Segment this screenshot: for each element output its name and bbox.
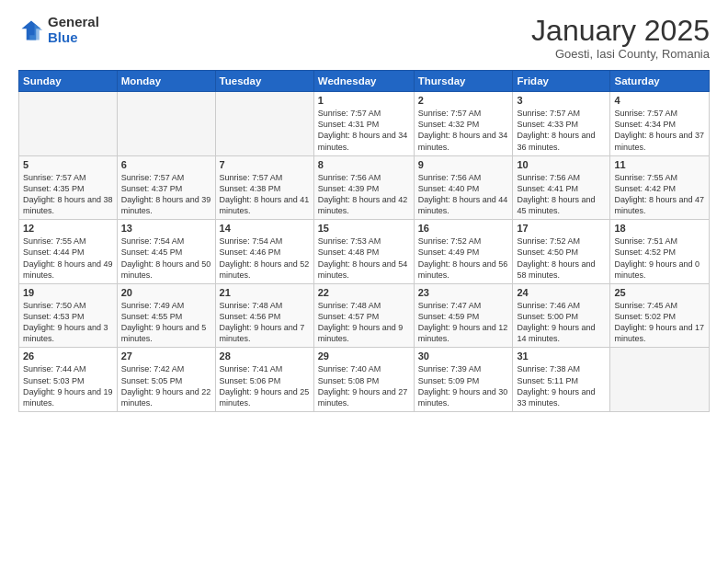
month-title: January 2025	[531, 15, 710, 47]
page: General Blue January 2025 Goesti, Iasi C…	[0, 0, 728, 563]
col-wednesday: Wednesday	[313, 71, 414, 92]
calendar-cell: 25Sunrise: 7:45 AM Sunset: 5:02 PM Dayli…	[610, 283, 710, 348]
calendar-cell: 26Sunrise: 7:44 AM Sunset: 5:03 PM Dayli…	[19, 348, 118, 412]
col-tuesday: Tuesday	[215, 71, 313, 92]
calendar-cell	[117, 92, 215, 156]
day-info: Sunrise: 7:52 AM Sunset: 4:49 PM Dayligh…	[418, 236, 509, 281]
calendar-cell: 10Sunrise: 7:56 AM Sunset: 4:41 PM Dayli…	[513, 155, 610, 220]
location-subtitle: Goesti, Iasi County, Romania	[531, 47, 710, 61]
day-info: Sunrise: 7:54 AM Sunset: 4:45 PM Dayligh…	[121, 236, 211, 281]
day-info: Sunrise: 7:48 AM Sunset: 4:56 PM Dayligh…	[220, 300, 310, 345]
day-number: 18	[614, 223, 705, 234]
day-info: Sunrise: 7:56 AM Sunset: 4:41 PM Dayligh…	[517, 172, 606, 217]
logo-icon	[18, 17, 44, 43]
day-info: Sunrise: 7:57 AM Sunset: 4:38 PM Dayligh…	[220, 172, 310, 217]
day-info: Sunrise: 7:57 AM Sunset: 4:32 PM Dayligh…	[418, 108, 509, 153]
calendar-cell: 20Sunrise: 7:49 AM Sunset: 4:55 PM Dayli…	[117, 283, 215, 348]
col-saturday: Saturday	[610, 71, 710, 92]
day-number: 15	[318, 223, 410, 234]
day-number: 23	[418, 287, 509, 298]
calendar-week-row: 19Sunrise: 7:50 AM Sunset: 4:53 PM Dayli…	[19, 283, 710, 348]
calendar-cell: 7Sunrise: 7:57 AM Sunset: 4:38 PM Daylig…	[215, 155, 313, 220]
day-info: Sunrise: 7:57 AM Sunset: 4:31 PM Dayligh…	[318, 108, 410, 153]
col-friday: Friday	[513, 71, 610, 92]
day-number: 17	[517, 223, 606, 234]
day-info: Sunrise: 7:45 AM Sunset: 5:02 PM Dayligh…	[614, 300, 705, 345]
day-info: Sunrise: 7:55 AM Sunset: 4:44 PM Dayligh…	[23, 236, 113, 281]
day-info: Sunrise: 7:41 AM Sunset: 5:06 PM Dayligh…	[220, 363, 310, 408]
day-info: Sunrise: 7:44 AM Sunset: 5:03 PM Dayligh…	[23, 363, 113, 408]
day-info: Sunrise: 7:51 AM Sunset: 4:52 PM Dayligh…	[614, 236, 705, 281]
day-number: 9	[418, 159, 509, 170]
day-info: Sunrise: 7:56 AM Sunset: 4:40 PM Dayligh…	[418, 172, 509, 217]
day-info: Sunrise: 7:52 AM Sunset: 4:50 PM Dayligh…	[517, 236, 606, 281]
col-monday: Monday	[117, 71, 215, 92]
calendar-week-row: 1Sunrise: 7:57 AM Sunset: 4:31 PM Daylig…	[19, 92, 710, 156]
day-number: 5	[23, 159, 113, 170]
day-number: 25	[614, 287, 705, 298]
calendar-cell: 28Sunrise: 7:41 AM Sunset: 5:06 PM Dayli…	[215, 348, 313, 412]
calendar-cell: 4Sunrise: 7:57 AM Sunset: 4:34 PM Daylig…	[610, 92, 710, 156]
calendar-cell: 22Sunrise: 7:48 AM Sunset: 4:57 PM Dayli…	[313, 283, 414, 348]
day-info: Sunrise: 7:53 AM Sunset: 4:48 PM Dayligh…	[318, 236, 410, 281]
day-info: Sunrise: 7:39 AM Sunset: 5:09 PM Dayligh…	[418, 363, 509, 408]
day-info: Sunrise: 7:38 AM Sunset: 5:11 PM Dayligh…	[517, 363, 606, 408]
day-info: Sunrise: 7:54 AM Sunset: 4:46 PM Dayligh…	[220, 236, 310, 281]
col-thursday: Thursday	[414, 71, 513, 92]
day-number: 8	[318, 159, 410, 170]
calendar-cell: 31Sunrise: 7:38 AM Sunset: 5:11 PM Dayli…	[513, 348, 610, 412]
day-info: Sunrise: 7:57 AM Sunset: 4:33 PM Dayligh…	[517, 108, 606, 153]
calendar-cell: 18Sunrise: 7:51 AM Sunset: 4:52 PM Dayli…	[610, 220, 710, 284]
calendar-week-row: 5Sunrise: 7:57 AM Sunset: 4:35 PM Daylig…	[19, 155, 710, 220]
day-number: 16	[418, 223, 509, 234]
day-info: Sunrise: 7:48 AM Sunset: 4:57 PM Dayligh…	[318, 300, 410, 345]
day-info: Sunrise: 7:55 AM Sunset: 4:42 PM Dayligh…	[614, 172, 705, 217]
day-info: Sunrise: 7:46 AM Sunset: 5:00 PM Dayligh…	[517, 300, 606, 345]
header: General Blue January 2025 Goesti, Iasi C…	[18, 15, 710, 61]
calendar-cell: 6Sunrise: 7:57 AM Sunset: 4:37 PM Daylig…	[117, 155, 215, 220]
logo: General Blue	[18, 15, 99, 45]
calendar-cell	[610, 348, 710, 412]
day-number: 26	[23, 350, 113, 362]
calendar-cell	[19, 92, 118, 156]
day-number: 6	[121, 159, 211, 170]
calendar-header-row: Sunday Monday Tuesday Wednesday Thursday…	[19, 71, 710, 92]
calendar-cell: 9Sunrise: 7:56 AM Sunset: 4:40 PM Daylig…	[414, 155, 513, 220]
calendar-cell: 8Sunrise: 7:56 AM Sunset: 4:39 PM Daylig…	[313, 155, 414, 220]
calendar-cell: 13Sunrise: 7:54 AM Sunset: 4:45 PM Dayli…	[117, 220, 215, 284]
day-number: 11	[614, 159, 705, 170]
calendar-cell: 2Sunrise: 7:57 AM Sunset: 4:32 PM Daylig…	[414, 92, 513, 156]
calendar-cell: 16Sunrise: 7:52 AM Sunset: 4:49 PM Dayli…	[414, 220, 513, 284]
day-number: 3	[517, 95, 606, 106]
day-info: Sunrise: 7:50 AM Sunset: 4:53 PM Dayligh…	[23, 300, 113, 345]
calendar-cell: 23Sunrise: 7:47 AM Sunset: 4:59 PM Dayli…	[414, 283, 513, 348]
day-number: 7	[220, 159, 310, 170]
day-info: Sunrise: 7:49 AM Sunset: 4:55 PM Dayligh…	[121, 300, 211, 345]
calendar-cell: 14Sunrise: 7:54 AM Sunset: 4:46 PM Dayli…	[215, 220, 313, 284]
day-number: 19	[23, 287, 113, 298]
day-info: Sunrise: 7:56 AM Sunset: 4:39 PM Dayligh…	[318, 172, 410, 217]
day-info: Sunrise: 7:47 AM Sunset: 4:59 PM Dayligh…	[418, 300, 509, 345]
calendar-week-row: 12Sunrise: 7:55 AM Sunset: 4:44 PM Dayli…	[19, 220, 710, 284]
col-sunday: Sunday	[19, 71, 118, 92]
calendar-cell: 29Sunrise: 7:40 AM Sunset: 5:08 PM Dayli…	[313, 348, 414, 412]
day-number: 12	[23, 223, 113, 234]
logo-general: General	[48, 15, 99, 30]
calendar-cell: 30Sunrise: 7:39 AM Sunset: 5:09 PM Dayli…	[414, 348, 513, 412]
day-number: 1	[318, 95, 410, 106]
day-info: Sunrise: 7:42 AM Sunset: 5:05 PM Dayligh…	[121, 363, 211, 408]
day-info: Sunrise: 7:57 AM Sunset: 4:37 PM Dayligh…	[121, 172, 211, 217]
day-number: 21	[220, 287, 310, 298]
calendar-cell: 5Sunrise: 7:57 AM Sunset: 4:35 PM Daylig…	[19, 155, 118, 220]
calendar-cell: 27Sunrise: 7:42 AM Sunset: 5:05 PM Dayli…	[117, 348, 215, 412]
calendar-cell: 12Sunrise: 7:55 AM Sunset: 4:44 PM Dayli…	[19, 220, 118, 284]
calendar-cell: 19Sunrise: 7:50 AM Sunset: 4:53 PM Dayli…	[19, 283, 118, 348]
logo-text: General Blue	[48, 15, 99, 45]
day-info: Sunrise: 7:57 AM Sunset: 4:35 PM Dayligh…	[23, 172, 113, 217]
calendar-cell: 11Sunrise: 7:55 AM Sunset: 4:42 PM Dayli…	[610, 155, 710, 220]
day-number: 27	[121, 350, 211, 362]
day-info: Sunrise: 7:40 AM Sunset: 5:08 PM Dayligh…	[318, 363, 410, 408]
day-number: 2	[418, 95, 509, 106]
calendar-cell	[215, 92, 313, 156]
calendar-week-row: 26Sunrise: 7:44 AM Sunset: 5:03 PM Dayli…	[19, 348, 710, 412]
